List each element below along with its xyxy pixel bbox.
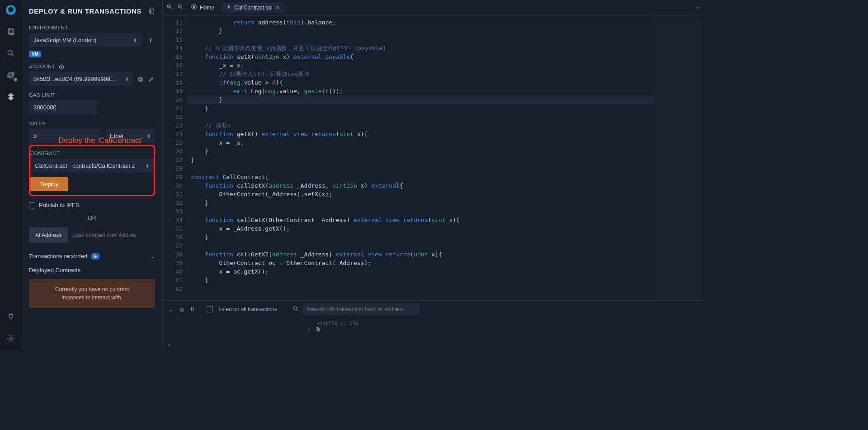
clear-terminal-icon[interactable]: ⊘ [179,306,184,313]
listen-label: listen on all transactions [219,306,277,312]
env-info-icon[interactable]: i [146,37,155,44]
edit-account-icon[interactable] [148,76,155,83]
settings-icon[interactable] [5,332,17,345]
zoom-out-icon[interactable] [177,4,184,11]
updown-icon: ▲▼ [125,77,129,81]
pending-count: 0 [191,306,194,312]
or-separator: OR [29,215,155,221]
account-select[interactable]: 0x5B3...eddC4 (89.99999999… ▲▼ [29,72,133,86]
annotation-box: Deploy the ‘CallContract’ CONTRACT CallC… [29,145,155,196]
terminal-chevron-icon[interactable]: ⌄ [168,306,173,313]
account-label: ACCOUNT [29,64,55,69]
tab-home[interactable]: Home [186,2,219,13]
svg-line-3 [12,55,14,57]
panel-collapse-icon[interactable] [148,8,155,15]
code-content[interactable]: return address(this).balance; } // 可以调整状… [187,15,655,300]
zoom-in-icon[interactable] [166,4,173,11]
panel-title: DEPLOY & RUN TRANSACTIONS [29,7,142,15]
account-value: 0x5B3...eddC4 (89.99999999… [33,76,116,82]
environment-label: ENVIRONMENT [29,25,155,30]
svg-line-13 [170,8,172,9]
deploy-icon[interactable] [5,90,17,103]
tabs-row: Home CallContract.sol ✕ ↔ [163,0,704,15]
editor-area[interactable]: 1112131415161718192021222324252627282930… [163,15,704,300]
files-icon[interactable] [5,25,17,38]
chevron-down-icon[interactable]: ⌄ [150,253,155,260]
tx-count-badge: 5 [91,253,100,260]
plugin-icon[interactable] [5,310,17,323]
at-address-input[interactable] [68,227,155,243]
terminal-search-icon[interactable] [292,306,299,313]
updown-icon: ▲▼ [147,134,151,138]
gaslimit-input[interactable] [29,100,97,114]
updown-icon: ▲▼ [146,164,149,168]
add-account-icon[interactable] [58,63,65,71]
minimap[interactable] [655,15,704,300]
deploy-panel: DEPLOY & RUN TRANSACTIONS ENVIRONMENT Ja… [22,0,163,350]
svg-point-4 [10,337,12,340]
svg-rect-5 [149,9,154,14]
svg-line-17 [181,8,183,9]
logo-icon[interactable] [5,4,17,16]
tab-file[interactable]: CallContract.sol ✕ [222,2,284,13]
close-tab-icon[interactable]: ✕ [275,5,280,11]
annotation-text: Deploy the ‘CallContract’ [58,136,143,145]
listen-checkbox[interactable] [207,306,213,312]
publish-ipfs-label: Publish to IPFS [39,202,80,208]
terminal-panel: ⌄ ⊘ 0 listen on all transactions uint256… [163,300,704,350]
updown-icon: ▲▼ [133,38,137,43]
copy-account-icon[interactable] [137,76,144,83]
icon-sidebar [0,0,22,350]
at-address-button[interactable]: At Address [29,227,68,243]
publish-ipfs-checkbox[interactable] [29,202,35,208]
expand-icon[interactable]: ↔ [695,4,701,11]
tab-file-label: CallContract.sol [234,5,273,11]
tab-home-label: Home [200,5,214,11]
svg-rect-6 [150,10,151,13]
main-area: Home CallContract.sol ✕ ↔ 11121314151617… [163,0,704,350]
compile-icon[interactable] [5,69,17,81]
home-icon [191,4,197,11]
terminal-search-input[interactable] [302,303,420,315]
copy-output-icon[interactable] [315,326,321,333]
svg-line-22 [297,309,298,311]
tx-recorded-label: Transactions recorded [29,253,87,260]
svg-point-21 [293,307,297,310]
deployed-contracts-label: Deployed Contracts [29,267,155,274]
contract-value: CallContract - contracts/CallContract.s [35,162,135,169]
gaslimit-label: GAS LIMIT [29,92,155,98]
environment-select[interactable]: JavaScript VM (London) ▲▼ [29,33,142,47]
svg-point-20 [193,6,195,8]
terminal-prompt[interactable]: › [163,340,704,350]
solidity-icon [226,4,231,11]
value-label: VALUE [29,121,155,126]
terminal-output: uint256 x: 256 } [163,318,704,340]
search-icon[interactable] [5,47,17,60]
environment-value: JavaScript VM (London) [33,37,96,43]
contract-select[interactable]: CallContract - contracts/CallContract.s … [30,159,154,173]
svg-point-2 [8,50,12,55]
gaslimit-field[interactable] [33,104,92,111]
line-gutter: 1112131415161718192021222324252627282930… [163,15,187,300]
deploy-button[interactable]: Deploy [30,177,68,191]
no-contract-message: Currently you have no contract instances… [29,279,155,308]
vm-badge: VM [29,51,41,57]
contract-label: CONTRACT [30,151,154,156]
